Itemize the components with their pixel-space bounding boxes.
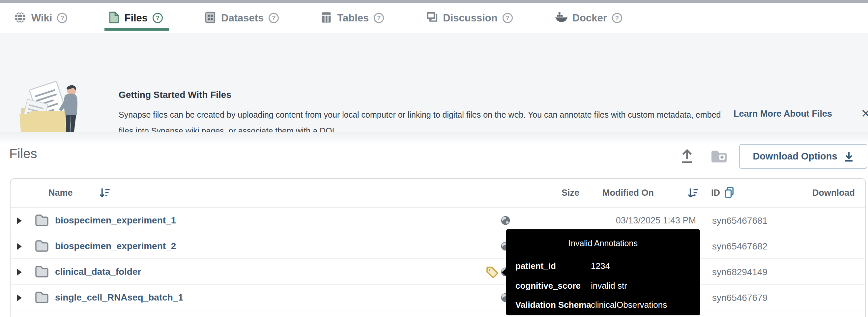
expand-caret-icon[interactable]: [17, 218, 22, 224]
tab-wiki-label: Wiki: [31, 12, 52, 24]
discussion-help-icon[interactable]: ?: [502, 13, 513, 23]
synapse-id: syn65467679: [712, 293, 768, 303]
modified-on-value: 03/13/2025 1:43 PM: [616, 216, 696, 226]
invalid-annotations-tooltip: Invalid Annotations patient_id 1234 cogn…: [506, 229, 700, 315]
wiki-help-icon[interactable]: ?: [57, 13, 67, 23]
tab-tables-label: Tables: [337, 12, 369, 24]
tab-files[interactable]: Files ?: [109, 11, 163, 25]
column-header-name: Name: [49, 188, 73, 198]
upload-icon: [680, 148, 695, 164]
table-icon: [320, 11, 332, 25]
tooltip-value: invalid str: [591, 281, 627, 291]
getting-started-title: Getting Started With Files: [119, 90, 231, 100]
annotations-tag-icon[interactable]: [486, 266, 499, 279]
project-tabbar: Wiki ? Files ? Datasets ? Tables ? Discu…: [0, 3, 868, 33]
tooltip-key: Validation Schema: [516, 300, 591, 310]
download-options-button[interactable]: Download Options: [739, 144, 867, 169]
new-folder-icon: [710, 149, 728, 164]
new-folder-button[interactable]: [710, 149, 728, 165]
table-row-single-cell-rnaseq-batch-1[interactable]: single_cell_RNAseq_batch_1 syn65467679: [10, 285, 865, 310]
download-icon: [844, 151, 854, 162]
datasets-help-icon[interactable]: ?: [269, 13, 279, 23]
globe-wiki-icon: [14, 11, 26, 25]
banner-close-icon[interactable]: ✕: [861, 107, 868, 121]
docker-help-icon[interactable]: ?: [612, 13, 622, 23]
expand-caret-icon[interactable]: [17, 269, 22, 276]
synapse-id: syn68294149: [712, 267, 768, 278]
sort-name-icon[interactable]: [99, 187, 111, 200]
files-table-header: Name Size Modified On ID Download: [10, 179, 865, 208]
folder-icon: [34, 214, 50, 228]
public-globe-icon: [500, 215, 511, 227]
table-row-biospecimen-experiment-2[interactable]: biospecimen_experiment_2 syn65467682: [10, 233, 865, 259]
tab-discussion-label: Discussion: [443, 12, 497, 24]
upload-button[interactable]: [680, 148, 695, 165]
folder-link[interactable]: single_cell_RNAseq_batch_1: [55, 292, 183, 303]
tooltip-key: cognitive_score: [516, 281, 581, 291]
tab-datasets-label: Datasets: [221, 12, 264, 24]
folder-link[interactable]: biospecimen_experiment_1: [55, 215, 176, 226]
tab-docker-label: Docker: [572, 12, 607, 24]
expand-caret-icon[interactable]: [17, 243, 22, 250]
folder-link[interactable]: biospecimen_experiment_2: [55, 241, 176, 251]
docker-whale-icon: [554, 11, 567, 25]
tooltip-title: Invalid Annotations: [506, 239, 700, 248]
folder-icon: [34, 239, 50, 254]
tooltip-arrow: [502, 268, 506, 276]
expand-caret-icon[interactable]: [17, 294, 22, 301]
file-icon: [109, 11, 119, 25]
sort-modified-on-icon[interactable]: [687, 187, 699, 200]
tooltip-key: patient_id: [516, 261, 556, 271]
synapse-id: syn65467682: [712, 241, 768, 252]
download-options-label: Download Options: [753, 151, 837, 162]
tooltip-value: 1234: [591, 261, 610, 271]
tab-docker[interactable]: Docker ?: [554, 11, 622, 25]
table-row-biospecimen-experiment-1[interactable]: biospecimen_experiment_1 03/13/2025 1:43…: [10, 208, 865, 233]
files-table-card: Name Size Modified On ID Download biospe…: [10, 178, 866, 317]
table-row-clinical-data-folder[interactable]: clinical_data_folder syn68294149: [10, 259, 865, 285]
tab-tables[interactable]: Tables ?: [320, 11, 384, 25]
discussion-icon: [426, 11, 438, 25]
tab-files-label: Files: [124, 12, 148, 24]
files-help-icon[interactable]: ?: [153, 13, 163, 23]
folder-icon: [34, 265, 50, 279]
getting-started-banner: Getting Started With Files Synapse files…: [0, 33, 868, 132]
tables-help-icon[interactable]: ?: [374, 13, 384, 23]
column-header-modified-on: Modified On: [602, 188, 654, 198]
tab-datasets[interactable]: Datasets ?: [204, 11, 279, 25]
synapse-id: syn65467681: [712, 216, 768, 226]
window-top-edge: [0, 0, 868, 3]
datasets-icon: [204, 11, 216, 25]
page-title: Files: [9, 146, 37, 161]
copy-id-icon[interactable]: [724, 186, 734, 200]
folder-link[interactable]: clinical_data_folder: [55, 266, 141, 277]
tooltip-value: clinicalObservations: [591, 300, 667, 310]
tab-wiki[interactable]: Wiki ?: [14, 11, 67, 25]
column-header-size: Size: [561, 188, 579, 198]
column-header-id: ID: [711, 188, 720, 198]
learn-more-link[interactable]: Learn More About Files: [734, 109, 832, 119]
tab-discussion[interactable]: Discussion ?: [426, 11, 513, 25]
column-header-download: Download: [812, 188, 855, 198]
folder-icon: [34, 291, 50, 305]
banner-fade: [0, 132, 868, 144]
